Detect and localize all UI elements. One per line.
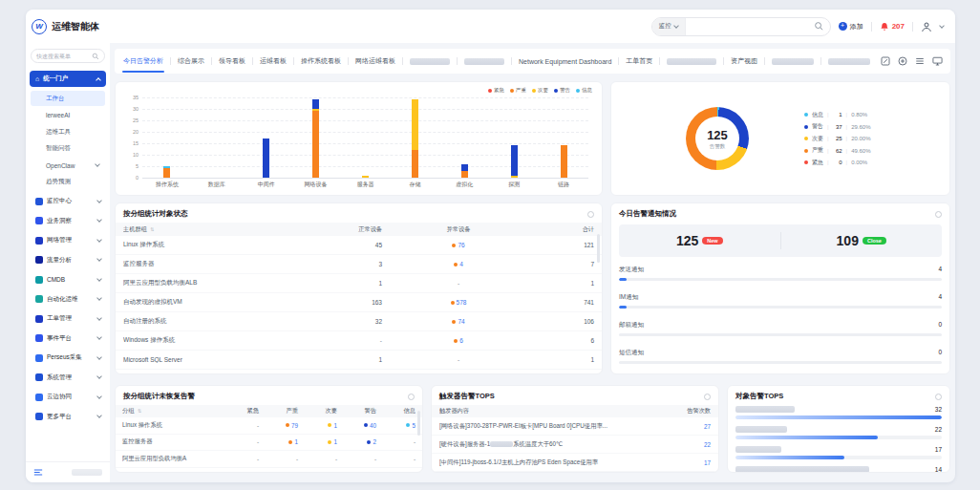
trigger-content: [中间件]119-jboss-6.1/J主机上内存池PS Eden Space使… [439, 458, 676, 467]
tab-1[interactable]: 综合展示 [177, 49, 205, 74]
column-header-count[interactable]: 告警次数 [682, 407, 711, 415]
tab-redacted-6[interactable] [409, 49, 451, 74]
y-tick-label: 20 [133, 129, 138, 135]
tab-3[interactable]: 运维看板 [259, 49, 288, 74]
sidebar-group-8[interactable]: Perseus采集 [30, 349, 106, 369]
tab-redacted-12[interactable] [771, 49, 815, 74]
sidebar-group-6[interactable]: 工单管理 [30, 309, 106, 330]
refresh-icon[interactable] [704, 394, 711, 400]
sidebar-footer [26, 461, 110, 482]
legend-dot [804, 113, 808, 117]
chevron-up-icon [96, 77, 101, 83]
divider: | [846, 124, 848, 130]
alert-count-link[interactable]: 40 [370, 422, 376, 429]
column-header-total[interactable]: 合计 [535, 225, 594, 234]
sidebar-group-3[interactable]: 流量分析 [30, 250, 106, 270]
table-row: 自动注册的系统3274106 [116, 312, 602, 331]
sidebar-search-input[interactable] [36, 53, 92, 59]
tab-11[interactable]: 资产视图 [730, 49, 758, 74]
legend-item-信息[interactable]: 信息 [576, 87, 592, 94]
sidebar-subitem-3[interactable]: 智能问答 [31, 141, 105, 157]
sidebar-subitem-1[interactable]: lerweeAI [31, 108, 105, 123]
column-header-content[interactable]: 触发器内容 [439, 407, 676, 415]
tab-2[interactable]: 领导看板 [218, 49, 246, 74]
sidebar-subitem-0[interactable]: 工作台 [31, 91, 105, 106]
list-icon[interactable] [915, 56, 925, 66]
column-header-严重[interactable]: 严重 [259, 407, 298, 415]
column-header-group[interactable]: 分组 ⇅ [122, 407, 220, 415]
donut-legend-item-警告[interactable]: 警告|37|29.60% [804, 120, 870, 133]
tab-4[interactable]: 操作系统看板 [300, 49, 342, 74]
alert-count-link[interactable]: 79 [291, 422, 298, 429]
progress-track [619, 333, 942, 336]
alert-count-link[interactable]: 5 [412, 422, 415, 429]
tab-redacted-7[interactable] [463, 49, 505, 74]
collapse-sidebar-icon[interactable] [33, 468, 43, 477]
y-tick-label: 5 [136, 163, 138, 169]
column-header-信息[interactable]: 信息 [376, 407, 415, 415]
alert-count-link[interactable]: 27 [682, 423, 711, 430]
legend-dot [804, 137, 808, 140]
sidebar-search[interactable] [31, 49, 105, 63]
column-header-group[interactable]: 主机群组 ⇅ [123, 225, 291, 234]
tab-9[interactable]: 工单首页 [625, 49, 653, 74]
sidebar-item-unified-portal[interactable]: ⌂ 统一门户 [30, 71, 106, 87]
legend-item-紧急[interactable]: 紧急 [488, 87, 504, 94]
column-header-normal[interactable]: 正常设备 [291, 225, 382, 234]
tab-0[interactable]: 今日告警分析 [122, 49, 164, 74]
scrollbar-thumb[interactable] [597, 234, 600, 263]
refresh-icon[interactable] [408, 394, 415, 400]
tab-redacted-13[interactable] [827, 49, 871, 74]
legend-item-次要[interactable]: 次要 [532, 87, 548, 94]
tab-5[interactable]: 网络运维看板 [354, 49, 396, 74]
sidebar-subitem-2[interactable]: 运维工具 [31, 124, 105, 139]
sidebar-group-1[interactable]: 业务洞察 [30, 211, 106, 231]
user-menu-chevron-icon[interactable] [939, 23, 945, 29]
screen-icon[interactable] [932, 56, 943, 66]
sidebar-group-10[interactable]: 云边协同 [30, 388, 106, 408]
donut-legend-item-次要[interactable]: 次要|25|20.00% [804, 133, 870, 145]
sidebar-subitem-4[interactable]: OpenClaw [31, 158, 105, 173]
search-icon [92, 53, 99, 60]
global-search[interactable]: 监控 [651, 17, 831, 36]
sidebar-group-2[interactable]: 网络管理 [30, 231, 106, 251]
sidebar-group-11[interactable]: 更多平台 [30, 407, 106, 427]
abnormal-count-link[interactable]: 578 [457, 299, 467, 306]
sidebar-group-5[interactable]: 自动化运维 [30, 289, 106, 309]
abnormal-count-link[interactable]: 76 [458, 242, 464, 248]
sidebar-group-0[interactable]: 监控中心 [30, 192, 106, 212]
sidebar-subitem-5[interactable]: 趋势预测 [31, 175, 105, 190]
donut-legend-item-紧急[interactable]: 紧急|0|0.00% [804, 157, 870, 169]
user-icon[interactable] [921, 21, 932, 32]
alert-count-link[interactable]: 17 [682, 459, 711, 466]
global-search-input[interactable] [686, 18, 814, 35]
tab-8[interactable]: Network Equipment Dashboard [518, 49, 612, 74]
refresh-icon[interactable] [587, 211, 594, 218]
add-button[interactable]: + 添加 [839, 22, 863, 32]
sidebar-group-9[interactable]: 系统管理 [30, 368, 106, 388]
tab-redacted-10[interactable] [666, 49, 717, 74]
plus-circle-icon[interactable] [898, 56, 907, 66]
abnormal-count-link[interactable]: 4 [459, 261, 463, 267]
sidebar-group-4[interactable]: CMDB [30, 270, 106, 290]
scrollbar-thumb[interactable] [417, 411, 420, 436]
donut-legend-item-信息[interactable]: 信息|1|0.80% [804, 109, 870, 121]
search-scope-select[interactable]: 监控 [652, 18, 686, 35]
column-header-紧急[interactable]: 紧急 [220, 407, 259, 415]
abnormal-count-link[interactable]: 6 [459, 337, 463, 344]
legend-item-严重[interactable]: 严重 [510, 87, 526, 94]
sidebar-group-7[interactable]: 事件平台 [30, 329, 106, 349]
legend-item-警告[interactable]: 警告 [554, 87, 570, 94]
refresh-icon[interactable] [935, 394, 942, 400]
edit-icon[interactable] [881, 56, 890, 66]
column-header-abnormal[interactable]: 异常设备 [382, 225, 535, 234]
chevron-down-icon [96, 373, 102, 379]
search-icon[interactable] [814, 21, 824, 32]
column-header-次要[interactable]: 次要 [298, 407, 337, 415]
donut-legend-item-严重[interactable]: 严重|62|49.60% [804, 144, 870, 157]
column-header-警告[interactable]: 警告 [337, 407, 376, 415]
refresh-icon[interactable] [935, 211, 942, 218]
alert-count-link[interactable]: 22 [682, 441, 711, 448]
abnormal-count-link[interactable]: 74 [458, 318, 464, 325]
alerts-bell[interactable]: 207 [880, 22, 905, 32]
